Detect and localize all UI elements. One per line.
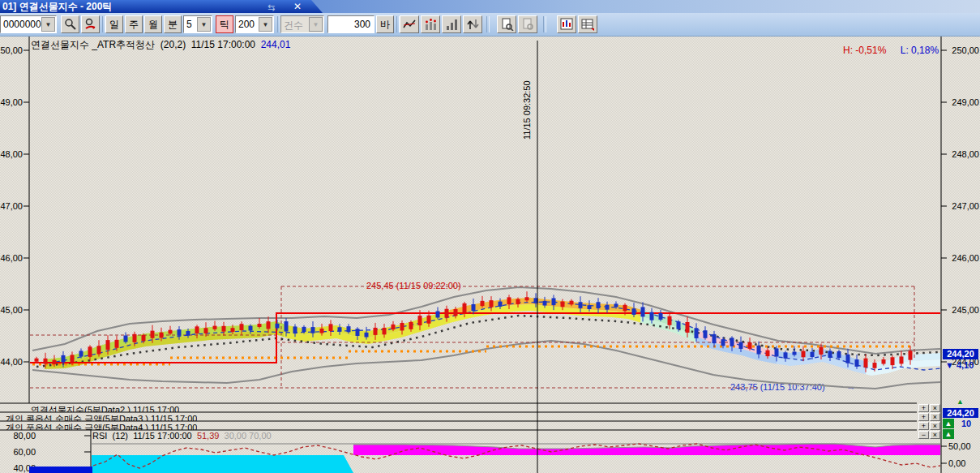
document-icon <box>521 18 535 31</box>
axis-tick-label: 250,00 <box>0 45 23 55</box>
green-marker-badge: ▲ <box>943 419 954 428</box>
window-tab[interactable]: 01] 연결선물지수 - 200틱 ⇆ ✕ <box>0 0 323 13</box>
lower-stop-annotation: 243,75 (11/15 10:37:40) <box>730 382 825 392</box>
panel3-close-button[interactable]: × <box>930 422 940 430</box>
count-combobox: 건수 ▼ <box>280 15 324 33</box>
doc-zoom-button[interactable] <box>497 15 516 33</box>
rsi-legend: RSI (12) 11/15 17:00:00 51,39 30,00 70,0… <box>92 431 272 441</box>
rsi-badge-sub: 10 <box>961 419 971 428</box>
chart-plot <box>0 0 980 473</box>
rsi-collapse-button[interactable]: − <box>918 431 929 439</box>
rsi-name: RSI <box>92 431 107 441</box>
panel1-close-button[interactable]: × <box>930 404 940 412</box>
mini-chart-button[interactable] <box>557 15 576 33</box>
axis-tick-label: 245,00 <box>948 305 979 315</box>
panel-data2-label[interactable]: 연결선물지수(5분Data2 ) 11/15 17:00 <box>31 404 179 412</box>
current-price-badge: 244,20 <box>943 349 978 359</box>
axis-tick-label: 247,00 <box>0 201 23 211</box>
green-marker-badge: ▲ <box>943 429 954 439</box>
bottom-blue-strip <box>29 467 92 473</box>
indicator-params: (20,2) <box>160 39 186 50</box>
price-change-label: ▼ 4,10 <box>945 360 974 370</box>
panel-data3-label[interactable]: 개인 콜옵션 순매수 금액(5분Data3 ) 11/15 17:00 <box>6 413 197 421</box>
bar-dots-icon <box>424 18 438 31</box>
indicator-time: 11/15 17:00:00 <box>191 39 255 50</box>
doc-disabled-button <box>518 15 537 33</box>
search-button[interactable] <box>61 15 79 33</box>
axis-tick-label: 246,00 <box>948 253 979 263</box>
axis-tick-label: 0,00 <box>948 458 979 468</box>
toolbar-separator <box>486 16 490 32</box>
rsi-params: (12) <box>112 431 128 441</box>
search-recent-button[interactable] <box>81 15 100 33</box>
axis-tick-label: 50,00 <box>948 441 979 451</box>
tick-combobox[interactable]: 200 ▼ <box>235 15 274 33</box>
volume-bars-icon <box>445 18 459 31</box>
minute-combobox[interactable]: 5 ▼ <box>183 15 212 33</box>
rsi-close-button[interactable]: × <box>930 431 940 439</box>
axis-tick-label: 245,00 <box>0 305 23 315</box>
rsi-bands: 30,00 70,00 <box>225 431 272 441</box>
axis-tick-label: 247,00 <box>948 201 979 211</box>
panel-data4-label[interactable]: 개인 풋옵션 순매수 금액(5분Data4 ) 11/15 17:00 <box>6 422 197 430</box>
updown-button[interactable] <box>463 15 482 33</box>
axis-tick-label: 80,00 <box>0 431 36 441</box>
crosshair-time-label: 11/15 09:32:50 <box>522 50 533 140</box>
panel2-expand-button[interactable]: + <box>918 413 929 421</box>
high-low-readout: H: -0,51% L: 0,18% <box>843 45 939 56</box>
up-down-arrows-icon <box>466 18 480 31</box>
document-icon <box>500 18 514 31</box>
grid-icon <box>581 18 595 31</box>
period-minute-button[interactable]: 분 <box>164 15 182 33</box>
count-label: 건수 <box>284 19 303 32</box>
line-chart-button[interactable] <box>400 15 419 33</box>
period-day-button[interactable]: 일 <box>105 15 123 33</box>
chevron-down-icon[interactable]: ▼ <box>259 17 272 32</box>
mini-chart-icon <box>560 18 574 31</box>
search-icon <box>64 18 77 31</box>
indicator-value: 244,01 <box>261 39 291 50</box>
axis-tick-label: 246,00 <box>0 253 23 263</box>
bar-count-input[interactable]: 300 <box>327 15 374 33</box>
axis-tick-label: 249,00 <box>0 97 23 107</box>
rsi-value: 51,39 <box>197 431 220 441</box>
grid-settings-button[interactable] <box>578 15 597 33</box>
panel2-close-button[interactable]: × <box>930 413 940 421</box>
window-title: 01] 연결선물지수 - 200틱 <box>2 0 112 13</box>
swap-icon[interactable]: ⇆ <box>267 1 275 14</box>
line-chart-icon <box>403 18 417 31</box>
axis-tick-label: 249,00 <box>948 97 979 107</box>
period-month-button[interactable]: 월 <box>144 15 162 33</box>
upper-stop-annotation: 245,45 (11/15 09:22:00) <box>366 281 461 290</box>
rsi-price-badge: 244,20 <box>943 408 978 418</box>
close-icon[interactable]: ✕ <box>293 0 302 13</box>
panel3-expand-button[interactable]: + <box>918 422 929 430</box>
period-week-button[interactable]: 주 <box>125 15 143 33</box>
chevron-down-icon[interactable]: ▼ <box>41 17 55 32</box>
low-percent: L: 0,18% <box>901 45 939 56</box>
arrow-right-icon: → <box>846 381 856 392</box>
panel1-expand-button[interactable]: + <box>918 404 929 412</box>
toolbar: 00000000 ▼ 일 주 월 분 5 ▼ 틱 200 ▼ 건수 ▼ 300 … <box>0 13 980 37</box>
code-combobox[interactable]: 00000000 ▼ <box>0 15 57 33</box>
axis-tick-label: 244,00 <box>0 357 23 367</box>
axis-tick-label: 248,00 <box>948 149 979 159</box>
toolbar-separator <box>543 16 546 32</box>
code-value: 00000000 <box>3 19 46 30</box>
indicator-name: 연결선물지수 _ATR추적청산 <box>31 39 155 50</box>
chevron-down-icon[interactable]: ▼ <box>197 17 211 32</box>
high-percent: H: -0,51% <box>843 45 886 56</box>
tick-value: 200 <box>238 19 255 30</box>
rsi-time: 11/15 17:00:00 <box>133 431 192 441</box>
bar-dots-chart-button[interactable] <box>421 15 440 33</box>
volume-chart-button[interactable] <box>442 15 461 33</box>
axis-tick-label: 248,00 <box>0 149 23 159</box>
bar-apply-button[interactable]: 바 <box>376 15 394 33</box>
chevron-down-icon: ▼ <box>309 17 323 32</box>
search-arrow-icon <box>84 18 97 31</box>
period-tick-button[interactable]: 틱 <box>216 15 233 33</box>
axis-tick-label: 250,00 <box>948 45 979 55</box>
axis-tick-label: 60,00 <box>0 447 36 457</box>
title-bar: 01] 연결선물지수 - 200틱 ⇆ ✕ <box>0 0 980 13</box>
minute-value: 5 <box>186 19 192 30</box>
